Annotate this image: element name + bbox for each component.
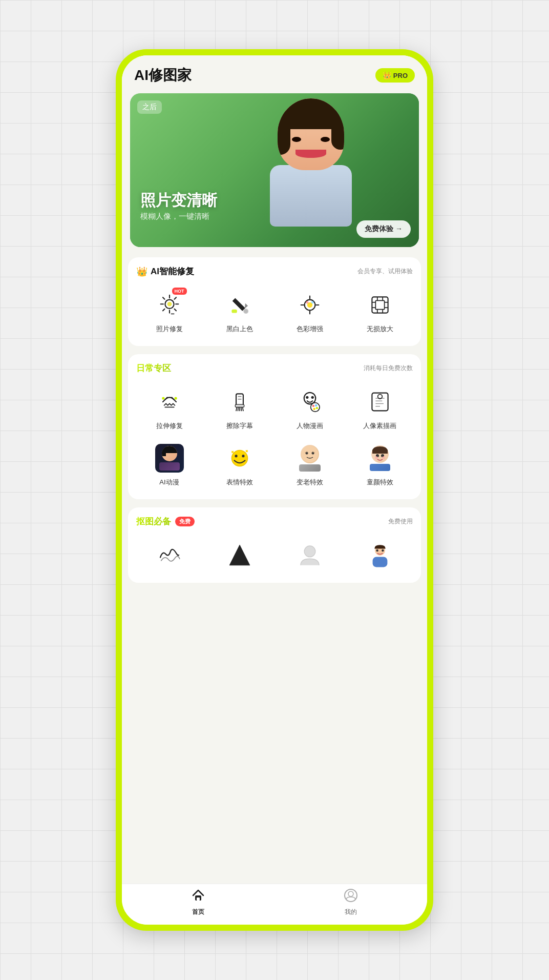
svg-point-59	[231, 450, 247, 466]
svg-point-50	[314, 404, 316, 406]
daily-item-label-2: 人物漫画	[297, 421, 323, 431]
daily-section-header: 日常专区 消耗每日免费次数	[136, 362, 413, 374]
svg-point-61	[242, 455, 244, 457]
daily-item-erase[interactable]: 擦除字幕	[206, 382, 272, 435]
svg-point-84	[348, 891, 353, 896]
pro-label: PRO	[393, 72, 408, 79]
ai-section-header: 👑 AI智能修复 会员专享、试用体验	[136, 266, 413, 277]
cutout-section: 抠图必备 免费 免费使用	[128, 507, 421, 583]
photo-repair-icon: HOT	[154, 290, 185, 320]
nav-item-home[interactable]: 首页	[122, 888, 274, 916]
svg-rect-21	[372, 297, 388, 313]
daily-item-label-3: 人像素描画	[363, 421, 396, 431]
svg-point-35	[174, 397, 177, 399]
cutout-icon-2	[294, 540, 325, 570]
cutout-section-subtitle: 免费使用	[388, 517, 413, 526]
stretch-icon	[154, 386, 185, 417]
upscale-icon	[365, 290, 395, 320]
ai-section-subtitle: 会员专享、试用体验	[357, 267, 413, 276]
nav-label-home: 首页	[192, 908, 204, 916]
cutout-icon-0	[154, 540, 185, 570]
daily-item-age[interactable]: 变老特效	[277, 439, 343, 491]
svg-point-46	[306, 396, 308, 399]
ai-title-text: AI智能修复	[151, 266, 194, 277]
daily-item-anime[interactable]: AI动漫	[136, 439, 202, 491]
daily-title-text: 日常专区	[136, 362, 171, 374]
svg-point-66	[302, 446, 318, 462]
svg-point-12	[243, 309, 248, 314]
nav-label-profile: 我的	[345, 908, 357, 916]
ai-item-photo-repair[interactable]: HOT 照片修复	[136, 285, 202, 338]
app-title: AI修图家	[134, 66, 192, 85]
svg-point-34	[162, 397, 164, 399]
age-icon	[294, 443, 325, 474]
daily-item-label-5: 表情特效	[226, 478, 253, 487]
daily-item-label-1: 擦除字幕	[226, 421, 253, 431]
svg-line-7	[174, 297, 176, 299]
free-badge: 免费	[175, 517, 195, 526]
sketch-icon	[365, 386, 395, 417]
crown-icon-ai: 👑	[136, 266, 147, 277]
ai-item-enhance[interactable]: 色彩增强	[277, 285, 343, 338]
cutout-item-1[interactable]	[206, 536, 272, 575]
svg-point-19	[306, 301, 308, 303]
ai-item-colorize[interactable]: 黑白上色	[206, 285, 272, 338]
svg-line-5	[163, 297, 164, 299]
daily-item-cartoon[interactable]: 人物漫画	[277, 382, 343, 435]
daily-item-sketch[interactable]: 人像素描画	[347, 382, 413, 435]
hero-text-block: 照片变清晰 模糊人像，一键清晰	[140, 191, 217, 221]
crown-icon: 👑	[383, 71, 391, 79]
profile-nav-icon	[344, 888, 358, 906]
svg-point-20	[311, 301, 313, 303]
cutout-section-header: 抠图必备 免费 免费使用	[136, 516, 413, 527]
svg-point-76	[304, 546, 315, 557]
nav-item-profile[interactable]: 我的	[274, 888, 427, 916]
pro-badge[interactable]: 👑 PRO	[375, 68, 415, 83]
svg-rect-53	[372, 393, 388, 411]
svg-rect-42	[235, 404, 244, 407]
svg-point-52	[313, 408, 315, 410]
daily-item-young[interactable]: 童颜特效	[347, 439, 413, 491]
daily-item-expression[interactable]: 表情特效	[206, 439, 272, 491]
ai-section: 👑 AI智能修复 会员专享、试用体验	[128, 257, 421, 346]
colorize-icon	[224, 290, 255, 320]
svg-point-48	[310, 403, 319, 412]
hero-main-text: 照片变清晰	[140, 191, 217, 210]
cartoon-icon	[294, 386, 325, 417]
hero-after-label: 之后	[137, 100, 162, 114]
ai-section-title: 👑 AI智能修复	[136, 266, 194, 277]
ai-icon-grid: HOT 照片修复	[136, 285, 413, 338]
ai-item-label-3: 无损放大	[367, 324, 393, 334]
cutout-item-3[interactable]	[347, 536, 413, 575]
daily-item-stretch[interactable]: 拉伸修复	[136, 382, 202, 435]
svg-point-73	[375, 456, 378, 459]
ai-item-label-0: 照片修复	[156, 324, 183, 334]
daily-section-subtitle: 消耗每日免费次数	[364, 364, 413, 373]
anime-icon	[154, 443, 185, 474]
home-nav-icon	[191, 888, 205, 906]
svg-rect-78	[372, 557, 387, 567]
daily-item-label-6: 变老特效	[297, 478, 323, 487]
svg-point-60	[235, 455, 237, 457]
svg-point-47	[311, 396, 313, 399]
hero-banner: 之后 照片变清晰 模糊人像，一键清晰 免费体验 →	[130, 93, 419, 247]
svg-rect-11	[231, 310, 237, 313]
erase-icon	[224, 386, 255, 417]
daily-icon-grid: 拉伸修复	[136, 382, 413, 491]
svg-point-79	[376, 549, 378, 552]
svg-point-80	[382, 549, 384, 552]
ai-item-label-2: 色彩增强	[297, 324, 323, 334]
daily-item-label-0: 拉伸修复	[156, 421, 183, 431]
svg-point-49	[312, 405, 314, 407]
cutout-item-2[interactable]	[277, 536, 343, 575]
daily-section-title: 日常专区	[136, 362, 171, 374]
cutout-item-0[interactable]	[136, 536, 202, 575]
daily-section: 日常专区 消耗每日免费次数	[128, 354, 421, 499]
svg-point-51	[315, 407, 318, 409]
ai-item-upscale[interactable]: 无损放大	[347, 285, 413, 338]
hero-sub-text: 模糊人像，一键清晰	[140, 212, 217, 221]
cutout-icon-1	[224, 540, 255, 570]
svg-rect-22	[375, 300, 384, 309]
hero-cta-button[interactable]: 免费体验 →	[356, 220, 411, 238]
svg-rect-82	[197, 897, 200, 901]
